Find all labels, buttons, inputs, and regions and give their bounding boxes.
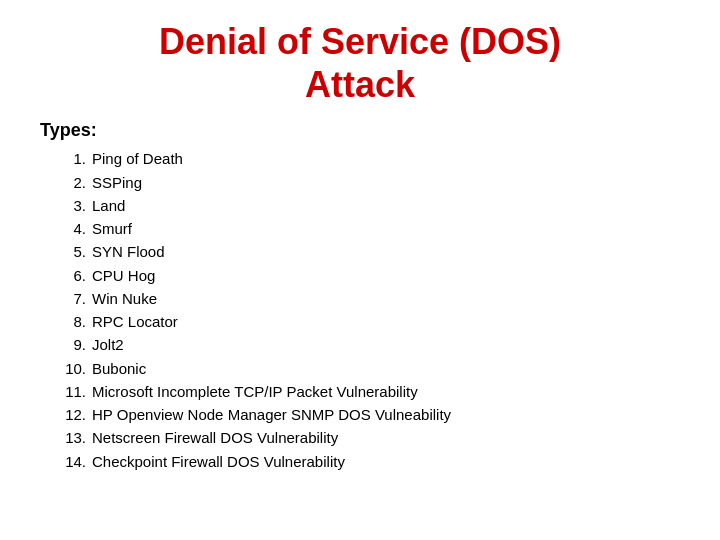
list-item: 12.HP Openview Node Manager SNMP DOS Vul… — [60, 403, 451, 426]
attack-types-list: 1.Ping of Death2.SSPing3.Land4.Smurf5.SY… — [60, 147, 451, 473]
list-item-text: Smurf — [92, 217, 132, 240]
title-line1: Denial of Service (DOS) — [159, 21, 561, 62]
list-item: 2.SSPing — [60, 171, 451, 194]
list-item-number: 4. — [60, 217, 92, 240]
list-item: 1.Ping of Death — [60, 147, 451, 170]
list-item-text: Netscreen Firewall DOS Vulnerability — [92, 426, 338, 449]
list-item: 10.Bubonic — [60, 357, 451, 380]
list-item: 13.Netscreen Firewall DOS Vulnerability — [60, 426, 451, 449]
list-item-text: Jolt2 — [92, 333, 124, 356]
list-item-number: 2. — [60, 171, 92, 194]
title-line2: Attack — [305, 64, 415, 105]
list-item: 3.Land — [60, 194, 451, 217]
list-item-text: Ping of Death — [92, 147, 183, 170]
list-item-number: 7. — [60, 287, 92, 310]
list-item: 9.Jolt2 — [60, 333, 451, 356]
list-item-number: 10. — [60, 357, 92, 380]
list-item: 6.CPU Hog — [60, 264, 451, 287]
page: Denial of Service (DOS) Attack Types: 1.… — [0, 0, 720, 540]
list-item-text: Checkpoint Firewall DOS Vulnerability — [92, 450, 345, 473]
list-item-number: 11. — [60, 380, 92, 403]
list-item-text: RPC Locator — [92, 310, 178, 333]
list-item-text: Land — [92, 194, 125, 217]
list-item: 8.RPC Locator — [60, 310, 451, 333]
list-item-number: 6. — [60, 264, 92, 287]
list-item-text: Microsoft Incomplete TCP/IP Packet Vulne… — [92, 380, 418, 403]
list-item-text: HP Openview Node Manager SNMP DOS Vulnea… — [92, 403, 451, 426]
list-item-text: SSPing — [92, 171, 142, 194]
types-label: Types: — [40, 120, 97, 141]
list-item-number: 5. — [60, 240, 92, 263]
list-item: 4.Smurf — [60, 217, 451, 240]
list-item-text: Bubonic — [92, 357, 146, 380]
list-item: 7.Win Nuke — [60, 287, 451, 310]
list-item: 14.Checkpoint Firewall DOS Vulnerability — [60, 450, 451, 473]
list-item-number: 14. — [60, 450, 92, 473]
list-item-number: 9. — [60, 333, 92, 356]
list-item: 5.SYN Flood — [60, 240, 451, 263]
list-item-number: 13. — [60, 426, 92, 449]
list-item-number: 12. — [60, 403, 92, 426]
list-item: 11.Microsoft Incomplete TCP/IP Packet Vu… — [60, 380, 451, 403]
title-block: Denial of Service (DOS) Attack — [40, 20, 680, 106]
list-item-number: 8. — [60, 310, 92, 333]
main-title: Denial of Service (DOS) Attack — [40, 20, 680, 106]
list-item-number: 1. — [60, 147, 92, 170]
list-item-text: CPU Hog — [92, 264, 155, 287]
list-item-text: Win Nuke — [92, 287, 157, 310]
list-item-text: SYN Flood — [92, 240, 165, 263]
list-item-number: 3. — [60, 194, 92, 217]
